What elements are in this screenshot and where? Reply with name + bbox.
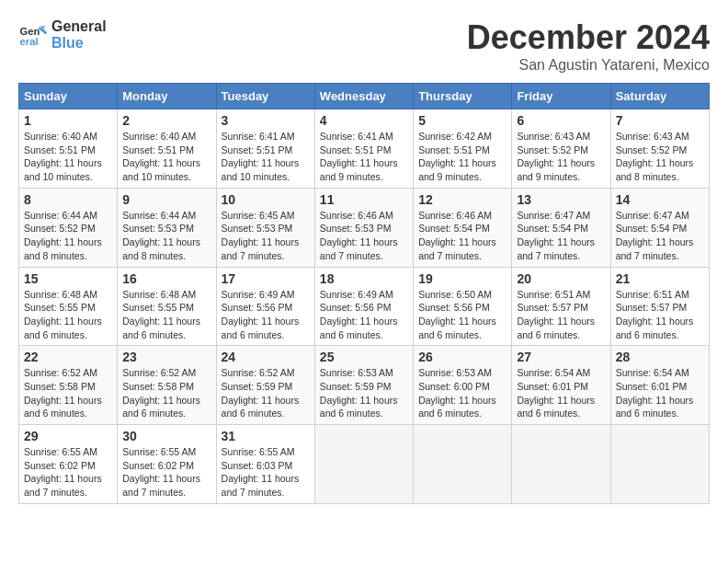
day-detail: Sunrise: 6:48 AMSunset: 5:55 PMDaylight:… <box>122 288 210 342</box>
weekday-header: Friday <box>512 84 610 109</box>
day-number: 7 <box>616 113 704 128</box>
month-title: December 2024 <box>467 18 710 57</box>
day-number: 10 <box>222 192 310 207</box>
day-detail: Sunrise: 6:49 AMSunset: 5:56 PMDaylight:… <box>320 288 408 342</box>
weekday-header: Monday <box>118 84 216 109</box>
calendar-table: SundayMondayTuesdayWednesdayThursdayFrid… <box>18 83 710 504</box>
weekday-header: Tuesday <box>216 84 314 109</box>
day-detail: Sunrise: 6:43 AMSunset: 5:52 PMDaylight:… <box>517 130 605 184</box>
weekday-header: Wednesday <box>314 84 413 109</box>
day-number: 8 <box>24 192 112 207</box>
calendar-cell: 10Sunrise: 6:45 AMSunset: 5:53 PMDayligh… <box>216 188 314 267</box>
calendar-row: 1Sunrise: 6:40 AMSunset: 5:51 PMDaylight… <box>19 109 710 189</box>
calendar-cell <box>512 425 610 504</box>
page-header: Gen eral General Blue December 2024 San … <box>18 18 710 74</box>
logo-line2: Blue <box>51 35 107 52</box>
day-detail: Sunrise: 6:40 AMSunset: 5:51 PMDaylight:… <box>24 130 112 184</box>
calendar-cell: 5Sunrise: 6:42 AMSunset: 5:51 PMDaylight… <box>414 109 512 189</box>
location-title: San Agustin Yatareni, Mexico <box>467 57 710 74</box>
calendar-cell: 30Sunrise: 6:55 AMSunset: 6:02 PMDayligh… <box>118 425 216 504</box>
day-number: 26 <box>418 350 506 364</box>
day-detail: Sunrise: 6:51 AMSunset: 5:57 PMDaylight:… <box>517 288 605 342</box>
day-detail: Sunrise: 6:47 AMSunset: 5:54 PMDaylight:… <box>616 209 704 263</box>
calendar-cell: 15Sunrise: 6:48 AMSunset: 5:55 PMDayligh… <box>19 267 118 346</box>
calendar-cell: 22Sunrise: 6:52 AMSunset: 5:58 PMDayligh… <box>19 346 118 425</box>
day-number: 1 <box>24 113 112 128</box>
day-detail: Sunrise: 6:41 AMSunset: 5:51 PMDaylight:… <box>222 130 310 184</box>
calendar-cell: 9Sunrise: 6:44 AMSunset: 5:53 PMDaylight… <box>118 188 216 267</box>
day-detail: Sunrise: 6:52 AMSunset: 5:59 PMDaylight:… <box>222 366 310 420</box>
day-number: 18 <box>320 271 408 286</box>
svg-text:eral: eral <box>20 36 39 47</box>
calendar-cell: 31Sunrise: 6:55 AMSunset: 6:03 PMDayligh… <box>216 425 314 504</box>
day-detail: Sunrise: 6:49 AMSunset: 5:56 PMDaylight:… <box>222 288 310 342</box>
day-detail: Sunrise: 6:43 AMSunset: 5:52 PMDaylight:… <box>616 130 704 184</box>
day-detail: Sunrise: 6:40 AMSunset: 5:51 PMDaylight:… <box>122 130 210 184</box>
calendar-cell: 6Sunrise: 6:43 AMSunset: 5:52 PMDaylight… <box>512 109 610 189</box>
day-detail: Sunrise: 6:50 AMSunset: 5:56 PMDaylight:… <box>418 288 506 342</box>
calendar-cell: 28Sunrise: 6:54 AMSunset: 6:01 PMDayligh… <box>610 346 709 425</box>
day-detail: Sunrise: 6:53 AMSunset: 5:59 PMDaylight:… <box>320 366 408 420</box>
day-detail: Sunrise: 6:42 AMSunset: 5:51 PMDaylight:… <box>418 130 506 184</box>
day-number: 13 <box>517 192 605 207</box>
calendar-cell: 29Sunrise: 6:55 AMSunset: 6:02 PMDayligh… <box>19 425 118 504</box>
calendar-cell <box>414 425 512 504</box>
day-detail: Sunrise: 6:54 AMSunset: 6:01 PMDaylight:… <box>616 366 704 420</box>
calendar-cell: 12Sunrise: 6:46 AMSunset: 5:54 PMDayligh… <box>414 188 512 267</box>
calendar-cell <box>314 425 413 504</box>
day-detail: Sunrise: 6:48 AMSunset: 5:55 PMDaylight:… <box>24 288 112 342</box>
day-detail: Sunrise: 6:51 AMSunset: 5:57 PMDaylight:… <box>616 288 704 342</box>
calendar-header: SundayMondayTuesdayWednesdayThursdayFrid… <box>19 84 710 109</box>
day-number: 22 <box>24 350 112 364</box>
day-detail: Sunrise: 6:55 AMSunset: 6:02 PMDaylight:… <box>24 445 112 500</box>
calendar-cell: 17Sunrise: 6:49 AMSunset: 5:56 PMDayligh… <box>216 267 314 346</box>
day-detail: Sunrise: 6:55 AMSunset: 6:02 PMDaylight:… <box>122 445 210 500</box>
day-number: 25 <box>320 350 408 364</box>
calendar-row: 29Sunrise: 6:55 AMSunset: 6:02 PMDayligh… <box>19 425 710 504</box>
day-detail: Sunrise: 6:46 AMSunset: 5:54 PMDaylight:… <box>418 209 506 263</box>
day-detail: Sunrise: 6:46 AMSunset: 5:53 PMDaylight:… <box>320 209 408 263</box>
day-detail: Sunrise: 6:45 AMSunset: 5:53 PMDaylight:… <box>222 209 310 263</box>
svg-text:Gen: Gen <box>20 26 40 37</box>
day-number: 14 <box>616 192 704 207</box>
day-number: 21 <box>616 271 704 286</box>
calendar-row: 22Sunrise: 6:52 AMSunset: 5:58 PMDayligh… <box>19 346 710 425</box>
day-number: 16 <box>122 271 210 286</box>
day-number: 4 <box>320 113 408 128</box>
calendar-cell: 23Sunrise: 6:52 AMSunset: 5:58 PMDayligh… <box>118 346 216 425</box>
day-detail: Sunrise: 6:47 AMSunset: 5:54 PMDaylight:… <box>517 209 605 263</box>
day-detail: Sunrise: 6:41 AMSunset: 5:51 PMDaylight:… <box>320 130 408 184</box>
calendar-cell: 3Sunrise: 6:41 AMSunset: 5:51 PMDaylight… <box>216 109 314 189</box>
calendar-cell: 27Sunrise: 6:54 AMSunset: 6:01 PMDayligh… <box>512 346 610 425</box>
title-section: December 2024 San Agustin Yatareni, Mexi… <box>467 18 710 74</box>
calendar-cell <box>610 425 709 504</box>
day-number: 24 <box>222 350 310 364</box>
logo-line1: General <box>51 18 107 35</box>
day-number: 20 <box>517 271 605 286</box>
calendar-row: 8Sunrise: 6:44 AMSunset: 5:52 PMDaylight… <box>19 188 710 267</box>
calendar-cell: 20Sunrise: 6:51 AMSunset: 5:57 PMDayligh… <box>512 267 610 346</box>
day-number: 17 <box>222 271 310 286</box>
calendar-cell: 21Sunrise: 6:51 AMSunset: 5:57 PMDayligh… <box>610 267 709 346</box>
day-number: 15 <box>24 271 112 286</box>
day-number: 28 <box>616 350 704 364</box>
day-number: 23 <box>122 350 210 364</box>
calendar-cell: 11Sunrise: 6:46 AMSunset: 5:53 PMDayligh… <box>314 188 413 267</box>
day-number: 6 <box>517 113 605 128</box>
calendar-cell: 16Sunrise: 6:48 AMSunset: 5:55 PMDayligh… <box>118 267 216 346</box>
calendar-row: 15Sunrise: 6:48 AMSunset: 5:55 PMDayligh… <box>19 267 710 346</box>
calendar-cell: 8Sunrise: 6:44 AMSunset: 5:52 PMDaylight… <box>19 188 118 267</box>
day-detail: Sunrise: 6:55 AMSunset: 6:03 PMDaylight:… <box>222 445 310 500</box>
calendar-cell: 24Sunrise: 6:52 AMSunset: 5:59 PMDayligh… <box>216 346 314 425</box>
day-detail: Sunrise: 6:44 AMSunset: 5:52 PMDaylight:… <box>24 209 112 263</box>
day-number: 3 <box>222 113 310 128</box>
day-number: 30 <box>122 429 210 443</box>
day-detail: Sunrise: 6:53 AMSunset: 6:00 PMDaylight:… <box>418 366 506 420</box>
day-detail: Sunrise: 6:54 AMSunset: 6:01 PMDaylight:… <box>517 366 605 420</box>
day-number: 12 <box>418 192 506 207</box>
calendar-cell: 4Sunrise: 6:41 AMSunset: 5:51 PMDaylight… <box>314 109 413 189</box>
day-number: 5 <box>418 113 506 128</box>
logo-icon: Gen eral <box>18 20 48 50</box>
calendar-cell: 13Sunrise: 6:47 AMSunset: 5:54 PMDayligh… <box>512 188 610 267</box>
day-detail: Sunrise: 6:52 AMSunset: 5:58 PMDaylight:… <box>24 366 112 420</box>
